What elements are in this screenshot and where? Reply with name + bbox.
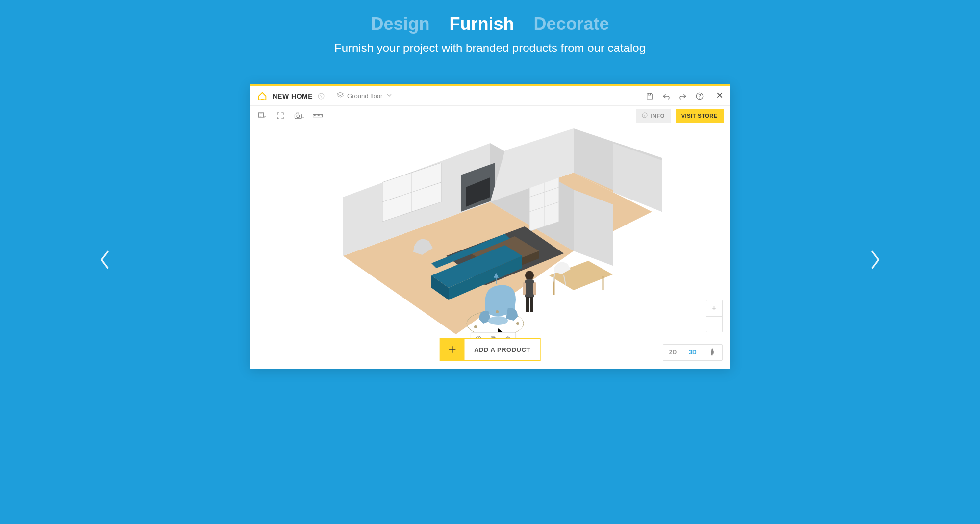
project-name: NEW HOME (273, 92, 313, 100)
svg-marker-3 (337, 92, 343, 96)
visit-store-label: VISIT STORE (681, 113, 718, 119)
view-mode-switch: 2D 3D (663, 344, 723, 361)
svg-point-72 (478, 337, 478, 338)
camera-icon[interactable]: 3D (294, 111, 304, 120)
floor-selector[interactable]: Ground floor (336, 91, 393, 100)
view-2d-button[interactable]: 2D (663, 345, 683, 360)
add-product-label: ADD A PRODUCT (464, 339, 540, 360)
room-3d-scene (299, 128, 662, 346)
svg-text:3D: 3D (302, 116, 304, 119)
layers-icon (336, 91, 344, 100)
visit-store-button[interactable]: VISIT STORE (676, 109, 724, 123)
feature-tabs: Design Furnish Decorate (371, 14, 609, 34)
close-icon[interactable] (716, 91, 724, 101)
info-label: INFO (651, 113, 664, 119)
svg-rect-4 (648, 93, 651, 95)
chevron-right-icon (868, 251, 882, 275)
svg-rect-57 (526, 297, 529, 312)
svg-point-55 (525, 271, 534, 280)
svg-point-6 (699, 98, 700, 98)
svg-rect-60 (533, 282, 536, 295)
subtitle: Furnish your project with branded produc… (334, 41, 646, 55)
svg-point-62 (488, 316, 508, 325)
app-titlebar: NEW HOME ? Ground floor (250, 86, 730, 106)
zoom-in-button[interactable]: + (706, 300, 722, 316)
app-window: NEW HOME ? Ground floor (250, 84, 730, 369)
carousel-prev[interactable] (98, 249, 112, 275)
svg-rect-58 (530, 297, 533, 312)
svg-point-77 (711, 348, 713, 350)
tab-design[interactable]: Design (371, 14, 429, 34)
svg-text:?: ? (320, 94, 323, 98)
undo-icon[interactable] (662, 92, 671, 100)
help-icon[interactable]: ? (318, 93, 325, 100)
view-walkthrough-button[interactable] (703, 345, 722, 360)
view-3d-button[interactable]: 3D (683, 345, 703, 360)
tab-furnish[interactable]: Furnish (449, 14, 514, 34)
svg-point-68 (496, 310, 499, 313)
svg-rect-12 (297, 113, 299, 114)
info-button[interactable]: INFO (636, 109, 670, 123)
svg-point-23 (645, 113, 645, 114)
carousel-next[interactable] (868, 249, 882, 275)
add-product-button[interactable]: ADD A PRODUCT (439, 338, 541, 361)
svg-point-65 (474, 325, 477, 328)
redo-icon[interactable] (678, 92, 687, 100)
help-circle-icon[interactable] (695, 92, 704, 100)
app-logo-icon (257, 91, 268, 101)
chevron-down-icon (385, 91, 393, 100)
floor-label: Ground floor (347, 92, 382, 100)
canvas-3d-viewport[interactable]: + − 2D 3D ADD A PRODUCT (250, 125, 730, 369)
save-icon[interactable] (645, 92, 654, 100)
ruler-icon[interactable] (313, 111, 323, 120)
zoom-controls: + − (706, 300, 723, 332)
svg-rect-59 (523, 282, 526, 295)
svg-point-11 (297, 115, 300, 118)
plus-icon (440, 339, 464, 360)
app-toolbar: 3D INFO VISIT STORE (250, 106, 730, 125)
person-icon (709, 348, 715, 357)
tab-decorate[interactable]: Decorate (533, 14, 609, 34)
info-icon (642, 112, 648, 119)
zoom-out-button[interactable]: − (706, 316, 722, 332)
svg-point-66 (516, 322, 519, 325)
fullscreen-icon[interactable] (276, 111, 285, 120)
view-settings-icon[interactable] (257, 111, 267, 120)
chevron-left-icon (98, 251, 112, 275)
svg-rect-56 (525, 279, 534, 298)
